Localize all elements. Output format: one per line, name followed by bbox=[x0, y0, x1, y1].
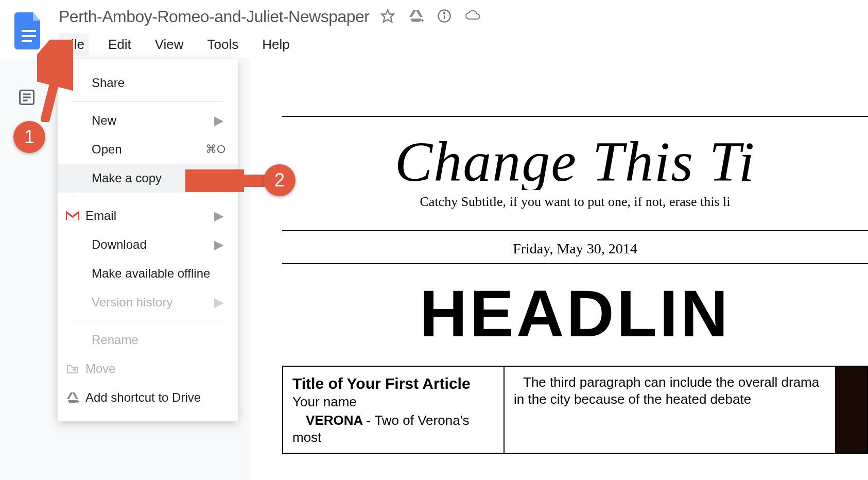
article-title[interactable]: Title of Your First Article bbox=[292, 374, 494, 393]
dateline[interactable]: VERONA - bbox=[306, 413, 374, 428]
menu-tools[interactable]: Tools bbox=[203, 33, 243, 56]
svg-marker-3 bbox=[382, 10, 394, 22]
gmail-icon bbox=[65, 211, 80, 221]
svg-text:+: + bbox=[421, 16, 424, 23]
submenu-arrow-icon: ▶ bbox=[214, 295, 223, 310]
file-download[interactable]: Download ▶ bbox=[58, 230, 238, 259]
submenu-arrow-icon: ▶ bbox=[214, 237, 223, 252]
svg-rect-1 bbox=[22, 35, 36, 37]
file-open-label: Open bbox=[92, 142, 122, 157]
menu-bar: File Edit View Tools Help bbox=[59, 33, 481, 56]
file-move-label: Move bbox=[85, 362, 116, 376]
article-column-3-image[interactable] bbox=[836, 367, 867, 453]
file-version-history-label: Version history bbox=[92, 295, 172, 310]
rule-line bbox=[282, 116, 868, 117]
annotation-callout-1: 1 bbox=[13, 121, 45, 153]
file-new[interactable]: New ▶ bbox=[58, 106, 238, 135]
submenu-arrow-icon: ▶ bbox=[214, 113, 223, 128]
file-move: Move bbox=[58, 354, 238, 383]
svg-rect-0 bbox=[22, 30, 36, 32]
app-header: Perth-Amboy-Romeo-and-Juliet-Newspaper +… bbox=[0, 0, 868, 59]
outline-icon[interactable] bbox=[18, 88, 36, 109]
file-add-shortcut[interactable]: + Add shortcut to Drive bbox=[58, 383, 238, 412]
file-make-a-copy-label: Make a copy bbox=[92, 171, 162, 185]
svg-rect-12 bbox=[66, 211, 79, 221]
info-icon[interactable] bbox=[437, 9, 452, 25]
newspaper-headline[interactable]: HEADLIN bbox=[282, 276, 868, 351]
file-new-label: New bbox=[92, 113, 116, 128]
file-version-history: Version history ▶ bbox=[58, 288, 238, 317]
newspaper-subtitle[interactable]: Catchy Subtitle, if you want to put one,… bbox=[282, 194, 868, 210]
dropdown-separator bbox=[72, 197, 223, 197]
star-icon[interactable] bbox=[380, 9, 395, 25]
move-icon bbox=[65, 364, 80, 374]
file-rename-label: Rename bbox=[92, 333, 138, 347]
dropdown-separator bbox=[72, 101, 223, 102]
dropdown-separator bbox=[72, 321, 223, 321]
document-title[interactable]: Perth-Amboy-Romeo-and-Juliet-Newspaper bbox=[59, 7, 369, 26]
file-dropdown: Share New ▶ Open ⌘O Make a copy Email ▶ … bbox=[58, 59, 238, 421]
file-offline-label: Make available offline bbox=[92, 266, 210, 281]
annotation-callout-2: 2 bbox=[264, 164, 296, 196]
cloud-icon[interactable] bbox=[465, 9, 481, 25]
svg-point-7 bbox=[444, 12, 445, 13]
submenu-arrow-icon: ▶ bbox=[214, 209, 223, 223]
article-columns: Title of Your First Article Your name VE… bbox=[282, 366, 868, 454]
file-rename: Rename bbox=[58, 325, 238, 354]
open-shortcut: ⌘O bbox=[205, 143, 225, 156]
drive-add-icon[interactable]: + bbox=[408, 9, 424, 25]
drive-shortcut-icon: + bbox=[65, 392, 80, 403]
menu-view[interactable]: View bbox=[151, 33, 188, 56]
article-column-1[interactable]: Title of Your First Article Your name VE… bbox=[283, 367, 505, 453]
rule-line bbox=[282, 263, 868, 264]
file-make-available-offline[interactable]: Make available offline bbox=[58, 259, 238, 288]
file-email[interactable]: Email ▶ bbox=[58, 201, 238, 230]
file-download-label: Download bbox=[92, 237, 147, 252]
file-email-label: Email bbox=[85, 209, 116, 223]
file-add-shortcut-label: Add shortcut to Drive bbox=[85, 390, 201, 405]
main-area: Share New ▶ Open ⌘O Make a copy Email ▶ … bbox=[0, 59, 868, 480]
newspaper-date[interactable]: Friday, May 30, 2014 bbox=[282, 231, 868, 263]
menu-edit[interactable]: Edit bbox=[104, 33, 135, 56]
article-byline[interactable]: Your name bbox=[292, 393, 494, 410]
article-column-2[interactable]: The third paragraph can include the over… bbox=[505, 367, 836, 453]
article-paragraph[interactable]: The third paragraph can include the over… bbox=[514, 374, 826, 407]
file-share[interactable]: Share bbox=[58, 68, 238, 97]
menu-help[interactable]: Help bbox=[258, 33, 293, 56]
document-canvas[interactable]: Change This Ti Catchy Subtitle, if you w… bbox=[250, 59, 868, 480]
annotation-arrow-2 bbox=[185, 169, 268, 192]
newspaper-masthead[interactable]: Change This Ti bbox=[282, 133, 868, 190]
svg-rect-2 bbox=[22, 40, 32, 42]
svg-text:+: + bbox=[76, 398, 79, 403]
file-share-label: Share bbox=[92, 76, 125, 90]
file-open[interactable]: Open ⌘O bbox=[58, 135, 238, 164]
annotation-arrow-1 bbox=[37, 40, 73, 122]
